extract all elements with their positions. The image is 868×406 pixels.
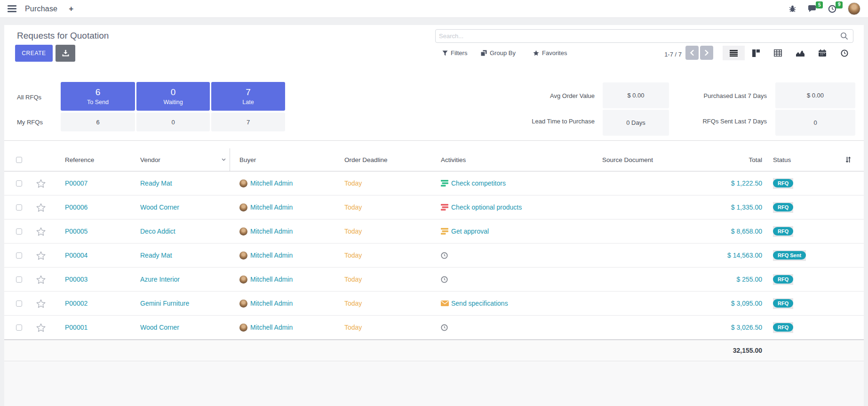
table-row[interactable]: P00005 Deco Addict Mitchell Admin Today …: [4, 219, 864, 244]
vendor-link: Wood Corner: [140, 203, 179, 211]
header-buyer[interactable]: Buyer: [230, 156, 334, 163]
deadline-value: Today: [344, 203, 362, 211]
table-row[interactable]: P00003 Azure Interior Mitchell Admin Tod…: [4, 268, 864, 292]
optional-columns-button[interactable]: [844, 156, 852, 163]
table-row[interactable]: P00004 Ready Mat Mitchell Admin Today $ …: [4, 244, 864, 268]
app-name[interactable]: Purchase: [25, 5, 57, 13]
table-row[interactable]: P00002 Gemini Furniture Mitchell Admin T…: [4, 292, 864, 316]
buyer-link: Mitchell Admin: [250, 324, 293, 331]
row-checkbox[interactable]: [16, 180, 22, 187]
user-avatar[interactable]: [848, 2, 860, 15]
my-late[interactable]: 7: [211, 113, 285, 131]
debug-icon[interactable]: [789, 5, 796, 12]
menu-icon[interactable]: [8, 5, 16, 12]
activity-label: Check optional products: [451, 203, 522, 211]
filters-button[interactable]: Filters: [442, 49, 467, 57]
header-vendor-label: Vendor: [140, 156, 160, 163]
row-checkbox[interactable]: [16, 276, 22, 283]
table-row[interactable]: P00007 Ready Mat Mitchell Admin Today Ch…: [4, 171, 864, 195]
pager-next-button[interactable]: [700, 46, 713, 60]
row-checkbox[interactable]: [16, 300, 22, 307]
create-button[interactable]: CREATE: [15, 45, 53, 62]
calendar-view-icon: [819, 49, 826, 57]
row-checkbox[interactable]: [16, 204, 22, 211]
table-row[interactable]: P00006 Wood Corner Mitchell Admin Today …: [4, 195, 864, 219]
total-amount: $ 3,095.00: [731, 300, 762, 307]
activity-label: Send specifications: [451, 300, 508, 307]
kpi-lead-time-label: Lead Time to Purchase: [475, 118, 595, 125]
search-box: [435, 29, 853, 43]
total-amount: $ 14,563.00: [727, 252, 762, 259]
pivot-view-button[interactable]: [767, 46, 789, 60]
activity-view-button[interactable]: [833, 46, 855, 60]
export-button[interactable]: [56, 45, 75, 62]
activity-icon[interactable]: [441, 228, 449, 235]
header-vendor[interactable]: Vendor: [138, 148, 230, 171]
buyer-link: Mitchell Admin: [250, 179, 293, 187]
reference-link: P00005: [65, 227, 88, 235]
buyer-avatar: [239, 324, 247, 332]
list-view-button[interactable]: [723, 46, 745, 60]
sort-desc-icon: [222, 158, 226, 161]
favorite-star-icon[interactable]: [36, 275, 46, 284]
deadline-value: Today: [344, 276, 362, 283]
reference-link: P00001: [65, 324, 88, 331]
row-checkbox[interactable]: [16, 228, 22, 235]
list-view-icon: [730, 50, 738, 57]
calendar-view-button[interactable]: [811, 46, 833, 60]
favorite-star-icon[interactable]: [36, 227, 46, 236]
new-tab-icon[interactable]: +: [69, 4, 73, 14]
favorite-star-icon[interactable]: [36, 203, 46, 212]
search-input[interactable]: [436, 30, 840, 42]
favorite-star-icon[interactable]: [36, 179, 46, 188]
favorite-star-icon[interactable]: [36, 251, 46, 260]
favorites-button[interactable]: Favorites: [533, 49, 567, 57]
activity-icon[interactable]: [441, 324, 449, 331]
favorite-star-icon[interactable]: [36, 323, 46, 332]
favorites-label: Favorites: [542, 49, 567, 57]
header-source-document[interactable]: Source Document: [545, 156, 710, 163]
pager-previous-button[interactable]: [685, 46, 699, 60]
footer-total: 32,155.00: [733, 347, 762, 354]
my-waiting[interactable]: 0: [136, 113, 210, 131]
activity-icon[interactable]: [441, 252, 449, 259]
select-all-checkbox[interactable]: [16, 157, 22, 163]
buyer-avatar: [239, 276, 247, 284]
activity-icon[interactable]: [441, 300, 449, 307]
row-checkbox[interactable]: [16, 325, 22, 331]
group-by-button[interactable]: Group By: [481, 49, 516, 57]
header-total[interactable]: Total: [710, 156, 764, 163]
activity-view-icon: [841, 49, 848, 57]
search-icon[interactable]: [840, 32, 848, 40]
kanban-view-button[interactable]: [745, 46, 767, 60]
buyer-link: Mitchell Admin: [250, 300, 293, 307]
activity-label: Get approval: [451, 227, 489, 235]
header-order-deadline[interactable]: Order Deadline: [334, 156, 439, 163]
my-to-send[interactable]: 6: [61, 113, 135, 131]
activity-icon[interactable]: [441, 204, 449, 211]
stat-late[interactable]: 7 Late: [211, 82, 285, 111]
activity-label: Check competitors: [451, 179, 506, 187]
deadline-value: Today: [344, 324, 362, 331]
late-count: 7: [246, 87, 251, 97]
messages-icon[interactable]: 5: [807, 5, 817, 13]
header-activities[interactable]: Activities: [439, 156, 545, 163]
header-reference[interactable]: Reference: [51, 156, 138, 163]
view-switcher: [723, 46, 855, 60]
status-badge: RFQ: [773, 274, 793, 285]
all-rfqs-label[interactable]: All RFQs: [17, 94, 55, 101]
reference-link: P00006: [65, 203, 88, 211]
stat-to-send[interactable]: 6 To Send: [61, 82, 135, 111]
favorite-star-icon[interactable]: [36, 299, 46, 308]
row-checkbox[interactable]: [16, 252, 22, 259]
table-row[interactable]: P00001 Wood Corner Mitchell Admin Today …: [4, 316, 864, 340]
header-status[interactable]: Status: [764, 156, 832, 163]
buyer-link: Mitchell Admin: [250, 227, 293, 235]
activities-icon[interactable]: 9: [828, 5, 836, 13]
my-rfqs-label[interactable]: My RFQs: [17, 119, 55, 126]
graph-view-button[interactable]: [789, 46, 811, 60]
stat-waiting[interactable]: 0 Waiting: [136, 82, 210, 111]
activity-icon[interactable]: [441, 180, 449, 187]
activity-icon[interactable]: [441, 276, 449, 283]
funnel-icon: [442, 50, 448, 56]
